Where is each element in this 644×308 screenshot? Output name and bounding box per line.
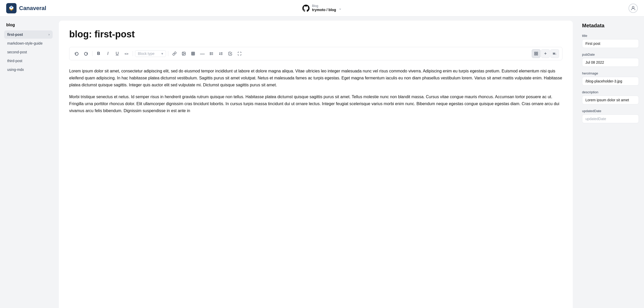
add-view-button[interactable]: + bbox=[541, 49, 550, 58]
svg-point-0 bbox=[11, 6, 12, 8]
metadata-field-updateddate: updatedDate bbox=[582, 109, 639, 123]
table-button[interactable] bbox=[189, 49, 197, 58]
svg-rect-19 bbox=[536, 52, 538, 53]
logo-icon bbox=[6, 3, 17, 13]
sidebar-item-label: first-post bbox=[7, 32, 23, 37]
block-type-chevron-icon: ▾ bbox=[161, 52, 163, 56]
underline-button[interactable]: U bbox=[113, 49, 121, 58]
metadata-field-heroimage: heroImage bbox=[582, 71, 639, 86]
task-list-button[interactable] bbox=[226, 49, 234, 58]
visual-view-button[interactable] bbox=[532, 49, 540, 58]
metadata-field-pubdate: pubDate bbox=[582, 53, 639, 67]
editor-content[interactable]: Lorem ipsum dolor sit amet, consectetur … bbox=[69, 68, 562, 114]
toolbar-view-group: + M↓ bbox=[532, 49, 559, 58]
toolbar-divider-2 bbox=[133, 51, 133, 56]
metadata-field-description: description bbox=[582, 90, 639, 104]
fullscreen-button[interactable] bbox=[235, 49, 244, 58]
metadata-label-description: description bbox=[582, 90, 639, 94]
user-avatar[interactable] bbox=[629, 4, 638, 13]
svg-rect-21 bbox=[536, 54, 538, 55]
metadata-panel: Metadata title pubDate heroImage descrip… bbox=[577, 16, 644, 308]
sidebar-item-third-post[interactable]: third-post bbox=[4, 57, 53, 65]
metadata-input-description[interactable] bbox=[582, 96, 639, 104]
metadata-title: Metadata bbox=[582, 23, 639, 29]
code-button[interactable]: <> bbox=[122, 49, 131, 58]
svg-rect-20 bbox=[535, 54, 536, 55]
ordered-list-button[interactable] bbox=[217, 49, 225, 58]
svg-point-14 bbox=[210, 54, 211, 55]
metadata-input-updateddate[interactable] bbox=[582, 114, 639, 123]
sidebar-item-second-post[interactable]: second-post bbox=[4, 48, 53, 56]
svg-point-13 bbox=[210, 53, 211, 54]
link-button[interactable] bbox=[170, 49, 179, 58]
sidebar-item-using-mdx[interactable]: using-mdx bbox=[4, 65, 53, 74]
sidebar-item-label: third-post bbox=[7, 59, 22, 63]
metadata-input-heroimage[interactable] bbox=[582, 77, 639, 86]
sidebar-chevron-icon: › bbox=[49, 33, 50, 36]
page-title: blog: first-post bbox=[69, 29, 562, 40]
image-button[interactable] bbox=[180, 49, 188, 58]
sidebar: blog first-post › markdown-style-guide s… bbox=[0, 16, 57, 308]
app-header: Canaveral Blog trymoto / blog ⌄ bbox=[0, 0, 644, 16]
hr-button[interactable]: — bbox=[198, 49, 206, 58]
repo-name: trymoto / blog bbox=[312, 8, 336, 12]
undo-button[interactable] bbox=[73, 49, 81, 58]
editor-main: blog: first-post B I U <> Block type ▾ bbox=[59, 21, 573, 308]
sidebar-item-label: second-post bbox=[7, 50, 27, 54]
svg-rect-18 bbox=[535, 52, 536, 53]
svg-point-1 bbox=[632, 6, 634, 8]
sidebar-item-first-post[interactable]: first-post › bbox=[4, 30, 53, 39]
repo-chevron-icon[interactable]: ⌄ bbox=[339, 6, 342, 10]
toolbar-divider-1 bbox=[92, 51, 92, 56]
github-icon bbox=[302, 5, 309, 12]
italic-button[interactable]: I bbox=[104, 49, 112, 58]
main-layout: blog first-post › markdown-style-guide s… bbox=[0, 16, 644, 308]
repo-label: Blog bbox=[312, 4, 336, 8]
toolbar-divider-3 bbox=[168, 51, 168, 56]
svg-rect-4 bbox=[192, 52, 195, 55]
bullet-list-button[interactable] bbox=[208, 49, 216, 58]
markdown-view-button[interactable]: M↓ bbox=[550, 49, 559, 58]
editor-paragraph-1: Lorem ipsum dolor sit amet, consectetur … bbox=[69, 68, 562, 89]
sidebar-item-label: markdown-style-guide bbox=[7, 41, 43, 45]
header-repo-info: Blog trymoto / blog ⌄ bbox=[302, 4, 342, 12]
svg-point-12 bbox=[210, 52, 211, 53]
metadata-label-updateddate: updatedDate bbox=[582, 109, 639, 113]
block-type-dropdown[interactable]: Block type ▾ bbox=[135, 50, 166, 57]
editor-paragraph-2: Morbi tristique senectus et netus. Id se… bbox=[69, 93, 562, 114]
metadata-label-title: title bbox=[582, 34, 639, 38]
metadata-field-title: title bbox=[582, 34, 639, 48]
metadata-input-pubdate[interactable] bbox=[582, 58, 639, 67]
redo-button[interactable] bbox=[82, 49, 90, 58]
repo-details: Blog trymoto / blog bbox=[312, 4, 336, 12]
logo: Canaveral bbox=[6, 3, 46, 13]
bold-button[interactable]: B bbox=[94, 49, 103, 58]
sidebar-item-label: using-mdx bbox=[7, 68, 24, 72]
sidebar-item-markdown-style-guide[interactable]: markdown-style-guide bbox=[4, 39, 53, 47]
sidebar-title: blog bbox=[4, 23, 53, 27]
block-type-label: Block type bbox=[138, 52, 155, 56]
logo-text: Canaveral bbox=[19, 5, 46, 12]
svg-point-3 bbox=[183, 53, 184, 53]
editor-toolbar: B I U <> Block type ▾ bbox=[69, 47, 562, 60]
metadata-label-pubdate: pubDate bbox=[582, 53, 639, 56]
metadata-label-heroimage: heroImage bbox=[582, 71, 639, 75]
metadata-input-title[interactable] bbox=[582, 39, 639, 48]
